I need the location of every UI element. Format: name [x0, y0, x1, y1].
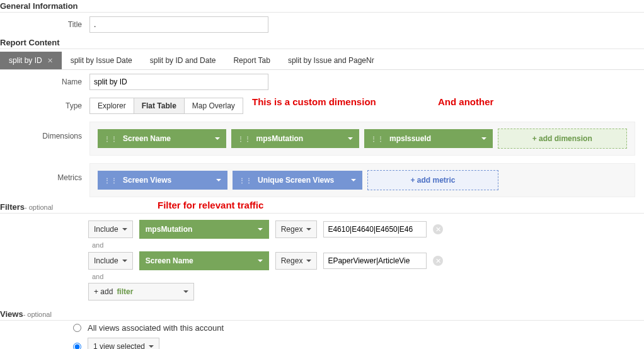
include-label: Include	[94, 225, 118, 234]
filter-and-1: and	[92, 241, 644, 249]
include-label: Include	[94, 256, 118, 265]
annotation-another: And another	[438, 96, 493, 107]
type-map-overlay[interactable]: Map Overlay	[185, 98, 243, 113]
chevron-down-icon	[122, 228, 127, 231]
tab-split-by-issue-date[interactable]: split by Issue Date	[62, 52, 141, 69]
filter-include-select-2[interactable]: Include	[88, 252, 133, 270]
filter-field-label: Screen Name	[146, 256, 193, 265]
close-icon[interactable]: ✕	[47, 57, 53, 64]
dimension-label: Screen Name	[123, 134, 171, 143]
metric-label: Screen Views	[123, 176, 171, 185]
grip-icon: ⋮⋮	[104, 177, 118, 184]
name-input[interactable]	[89, 74, 268, 90]
filter-and-2: and	[92, 273, 644, 280]
label-title: Title	[0, 20, 89, 29]
chevron-down-icon	[183, 290, 188, 293]
filter-value-input-1[interactable]	[323, 221, 427, 237]
label-metrics: Metrics	[0, 163, 89, 182]
grip-icon: ⋮⋮	[104, 135, 118, 142]
type-explorer[interactable]: Explorer	[90, 98, 134, 113]
title-input[interactable]	[89, 16, 268, 33]
chevron-down-icon	[258, 228, 263, 231]
add-filter-prefix: + add	[94, 287, 113, 296]
views-selected-radio[interactable]	[73, 343, 81, 350]
regex-label: Regex	[281, 256, 303, 265]
chevron-down-icon	[481, 137, 486, 140]
annotation-filter: Filter for relevant traffic	[158, 200, 263, 210]
chevron-down-icon	[149, 345, 154, 348]
dimension-mpsmutation[interactable]: ⋮⋮mpsMutation	[231, 129, 360, 148]
tab-split-by-id-and-date[interactable]: split by ID and Date	[141, 52, 225, 69]
section-report: Report Content	[0, 37, 644, 49]
views-selected-label: 1 view selected	[93, 342, 145, 349]
metric-screen-views[interactable]: ⋮⋮Screen Views	[98, 171, 227, 190]
remove-filter-icon[interactable]: ✕	[433, 256, 443, 266]
views-all-label: All views associated with this account	[88, 323, 224, 333]
regex-label: Regex	[281, 225, 303, 234]
filters-optional: - optional	[25, 203, 53, 211]
filter-value-input-2[interactable]	[323, 253, 427, 269]
views-optional: - optional	[23, 311, 52, 318]
filter-field-mpsmutation[interactable]: mpsMutation	[139, 220, 269, 239]
dimension-screen-name[interactable]: ⋮⋮Screen Name	[98, 129, 226, 148]
filter-field-screen-name[interactable]: Screen Name	[139, 251, 269, 270]
add-filter-word: filter	[117, 287, 133, 296]
filter-include-select-1[interactable]: Include	[88, 220, 133, 238]
dimension-label: mpsIssueId	[389, 134, 431, 143]
section-general: General Information	[0, 0, 644, 13]
chevron-down-icon	[351, 179, 356, 181]
chevron-down-icon	[122, 260, 127, 262]
grip-icon: ⋮⋮	[238, 135, 251, 142]
chevron-down-icon	[216, 179, 221, 181]
add-filter-button[interactable]: + add filter	[88, 283, 194, 300]
dimensions-area: ⋮⋮Screen Name ⋮⋮mpsMutation ⋮⋮mpsIssueId…	[89, 122, 635, 156]
label-name: Name	[0, 77, 89, 86]
remove-filter-icon[interactable]: ✕	[433, 224, 443, 234]
dimension-mpsissueid[interactable]: ⋮⋮mpsIssueId	[364, 129, 493, 148]
tab-strip: split by ID✕ split by Issue Date split b…	[0, 52, 644, 70]
chevron-down-icon	[258, 260, 263, 262]
section-views: Views	[0, 309, 23, 319]
tab-report-tab[interactable]: Report Tab	[224, 52, 279, 69]
add-dimension-button[interactable]: + add dimension	[498, 129, 628, 149]
metric-unique-screen-views[interactable]: ⋮⋮Unique Screen Views	[233, 171, 362, 190]
label-dimensions: Dimensions	[0, 122, 89, 140]
views-selected-dropdown[interactable]: 1 view selected	[88, 338, 159, 349]
grip-icon: ⋮⋮	[239, 177, 253, 184]
chevron-down-icon	[306, 260, 311, 262]
tab-split-by-id[interactable]: split by ID✕	[0, 52, 62, 69]
tab-label: split by ID	[9, 56, 42, 65]
tab-split-by-issue-pagenr[interactable]: split by Issue and PageNr	[279, 52, 383, 69]
grip-icon: ⋮⋮	[371, 135, 384, 142]
type-flat-table[interactable]: Flat Table	[134, 98, 185, 113]
label-type: Type	[0, 101, 89, 110]
metrics-area: ⋮⋮Screen Views ⋮⋮Unique Screen Views + a…	[89, 163, 635, 197]
section-filters: Filters	[0, 202, 25, 212]
chevron-down-icon	[306, 228, 311, 231]
filter-match-select-1[interactable]: Regex	[275, 220, 318, 238]
chevron-down-icon	[215, 137, 220, 140]
chevron-down-icon	[348, 137, 353, 140]
annotation-custom-dimension: This is a custom dimension	[252, 96, 376, 107]
type-button-group: Explorer Flat Table Map Overlay	[89, 98, 243, 114]
filter-field-label: mpsMutation	[146, 225, 193, 234]
metric-label: Unique Screen Views	[258, 176, 334, 185]
add-metric-button[interactable]: + add metric	[367, 170, 498, 190]
dimension-label: mpsMutation	[256, 134, 304, 143]
views-all-radio[interactable]	[73, 324, 81, 332]
filter-match-select-2[interactable]: Regex	[275, 252, 318, 270]
